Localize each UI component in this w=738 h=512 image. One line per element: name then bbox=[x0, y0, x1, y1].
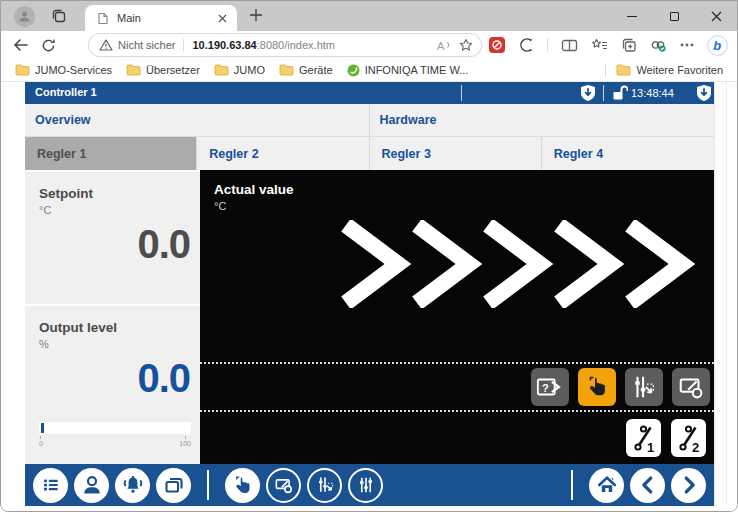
autotune-button[interactable] bbox=[625, 368, 663, 406]
favorite-star-icon[interactable] bbox=[459, 38, 473, 52]
close-button[interactable] bbox=[695, 1, 737, 31]
divider bbox=[183, 39, 184, 51]
screen-off-toolbar-button[interactable] bbox=[266, 468, 301, 503]
divider bbox=[605, 63, 606, 77]
open-switch-icon: 2 bbox=[675, 423, 702, 453]
shield-download-icon[interactable] bbox=[581, 85, 595, 101]
bing-copilot-icon[interactable]: b bbox=[707, 35, 728, 56]
bookmark-infoniqa[interactable]: INFONIQA TIME W... bbox=[347, 64, 469, 77]
window-controls bbox=[611, 1, 737, 31]
sliders-icon bbox=[355, 474, 377, 496]
tab-regler-4[interactable]: Regler 4 bbox=[542, 137, 714, 170]
address-bar[interactable]: Nicht sicher 10.190.63.84:8080/index.htm… bbox=[89, 34, 481, 56]
screens-button[interactable] bbox=[156, 468, 191, 503]
app-header: Controller 1 13:48:44 bbox=[25, 82, 714, 104]
controller-mode-buttons: ? bbox=[200, 364, 714, 410]
bookmark-folder[interactable]: Übersetzer bbox=[126, 64, 200, 76]
main-menu-button[interactable] bbox=[33, 468, 68, 503]
bookmark-label: JUMO-Services bbox=[35, 64, 112, 76]
stacked-windows-icon bbox=[162, 473, 186, 497]
split-screen-icon[interactable] bbox=[561, 38, 578, 53]
folder-icon bbox=[126, 64, 141, 76]
new-tab-button[interactable] bbox=[249, 8, 263, 22]
chevron-left-icon bbox=[637, 474, 659, 496]
main-nav-tabs: Overview Hardware bbox=[25, 104, 714, 137]
user-login-button[interactable] bbox=[74, 468, 109, 503]
refresh-button[interactable] bbox=[41, 38, 56, 53]
setpoint-value: 0.0 bbox=[25, 224, 200, 264]
tab-hardware[interactable]: Hardware bbox=[370, 104, 715, 136]
browser-titlebar: Main bbox=[1, 1, 737, 31]
previous-button[interactable] bbox=[630, 468, 665, 503]
not-secure-warning-icon bbox=[99, 39, 113, 51]
manual-operation-button[interactable] bbox=[225, 468, 260, 503]
tuning-button[interactable] bbox=[307, 468, 342, 503]
parameters-button[interactable] bbox=[348, 468, 383, 503]
folder-icon bbox=[616, 64, 631, 76]
clock-display: 13:48:44 bbox=[631, 87, 674, 99]
tab-regler-2[interactable]: Regler 2 bbox=[197, 137, 369, 170]
actual-value-panel: Actual value °C ? bbox=[200, 170, 714, 464]
shield-download-icon[interactable] bbox=[697, 85, 711, 101]
workspaces-icon[interactable] bbox=[51, 8, 67, 24]
minimize-button[interactable] bbox=[611, 1, 653, 31]
browser-tab-main[interactable]: Main bbox=[85, 5, 237, 31]
browser-essentials-icon[interactable] bbox=[650, 38, 667, 53]
divider bbox=[461, 85, 462, 101]
cookie-extension-icon[interactable] bbox=[518, 37, 534, 53]
hand-pointer-icon bbox=[231, 474, 254, 497]
divider bbox=[603, 85, 604, 101]
actual-title: Actual value bbox=[200, 170, 714, 197]
tab-close-icon[interactable] bbox=[216, 12, 229, 25]
svg-text:?: ? bbox=[542, 382, 549, 394]
divider bbox=[571, 470, 573, 500]
mode-unknown-button[interactable]: ? bbox=[531, 368, 569, 406]
setpoint-title: Setpoint bbox=[25, 172, 200, 201]
setpoint-unit: °C bbox=[25, 201, 200, 216]
more-favorites-button[interactable]: Weitere Favoriten bbox=[616, 64, 723, 76]
screen-off-button[interactable] bbox=[672, 368, 710, 406]
profile-avatar[interactable] bbox=[14, 6, 35, 27]
relay-indicator-1: 1 bbox=[626, 419, 661, 457]
controller-app: Controller 1 13:48:44 Overview Hardware bbox=[25, 82, 714, 506]
actual-unit: °C bbox=[200, 197, 714, 212]
list-menu-icon bbox=[40, 474, 62, 496]
unlocked-icon[interactable] bbox=[612, 85, 628, 101]
bookmark-label: JUMO bbox=[234, 64, 265, 76]
collections-icon[interactable] bbox=[621, 38, 637, 53]
bookmark-folder[interactable]: JUMO bbox=[214, 64, 265, 76]
manual-mode-button[interactable] bbox=[578, 368, 616, 406]
page-icon bbox=[97, 12, 109, 25]
back-button[interactable] bbox=[13, 38, 29, 52]
alarm-button[interactable] bbox=[115, 468, 150, 503]
bookmark-label: Übersetzer bbox=[146, 64, 200, 76]
output-bar-indicator bbox=[41, 423, 44, 433]
bookmark-folder[interactable]: Geräte bbox=[279, 64, 333, 76]
adblock-extension-icon[interactable] bbox=[489, 37, 505, 53]
overrange-chevrons bbox=[340, 220, 701, 308]
bookmark-folder[interactable]: JUMO-Services bbox=[15, 64, 112, 76]
question-chevron-icon: ? bbox=[535, 373, 565, 401]
output-level-panel: Output level % 0.0 0 100 bbox=[25, 306, 200, 464]
maximize-button[interactable] bbox=[653, 1, 695, 31]
tab-regler-3[interactable]: Regler 3 bbox=[370, 137, 542, 170]
tab-overview[interactable]: Overview bbox=[25, 104, 370, 136]
tab-regler-1[interactable]: Regler 1 bbox=[25, 137, 197, 170]
read-aloud-icon[interactable]: A bbox=[436, 39, 451, 52]
left-panel: Setpoint °C 0.0 Output level % 0.0 0 bbox=[25, 170, 200, 464]
toolbar-left-group bbox=[33, 468, 191, 503]
more-options-icon[interactable] bbox=[680, 43, 694, 47]
next-button[interactable] bbox=[671, 468, 706, 503]
bookmark-label: Geräte bbox=[299, 64, 333, 76]
bookmark-label: INFONIQA TIME W... bbox=[365, 64, 469, 76]
svg-text:A: A bbox=[437, 40, 445, 52]
scrollbar[interactable] bbox=[714, 82, 727, 506]
favorites-hub-icon[interactable] bbox=[591, 38, 608, 53]
screen-circle-icon bbox=[273, 474, 295, 496]
bookmarks-bar: JUMO-Services Übersetzer JUMO Geräte INF… bbox=[1, 59, 737, 82]
scale-min: 0 bbox=[39, 440, 43, 447]
output-title: Output level bbox=[25, 306, 200, 335]
home-button[interactable] bbox=[589, 468, 624, 503]
home-icon bbox=[595, 473, 619, 497]
page-viewport: Controller 1 13:48:44 Overview Hardware bbox=[1, 82, 737, 512]
